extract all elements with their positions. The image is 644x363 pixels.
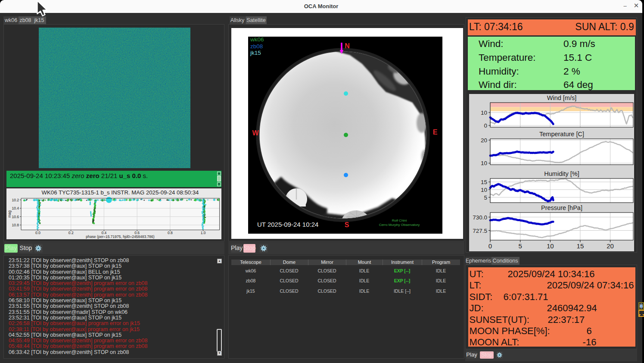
svg-text:20: 20 [607, 242, 614, 250]
svg-text:10.2: 10.2 [12, 198, 19, 202]
svg-text:Wind [m/s]: Wind [m/s] [547, 94, 576, 101]
svg-text:0.8: 0.8 [168, 231, 173, 235]
svg-text:0: 0 [484, 122, 487, 129]
svg-text:5: 5 [484, 194, 487, 201]
svg-text:0.2: 0.2 [68, 231, 74, 235]
svg-text:N: N [345, 42, 350, 50]
svg-text:wk06: wk06 [250, 37, 264, 43]
svg-text:20: 20 [481, 137, 487, 144]
svg-text:10.6: 10.6 [12, 215, 19, 219]
svg-text:730.0: 730.0 [473, 214, 487, 221]
svg-text:jk15: jk15 [250, 50, 261, 56]
svg-text:1.0: 1.0 [201, 231, 206, 235]
svg-text:E: E [433, 128, 438, 136]
svg-text:UT 2025-09-24 10:24: UT 2025-09-24 10:24 [257, 221, 318, 228]
svg-text:S: S [345, 221, 349, 228]
svg-text:10.4: 10.4 [12, 206, 19, 210]
svg-text:mag: mag [7, 210, 12, 218]
svg-text:10: 10 [481, 110, 487, 116]
svg-text:Rolf Chini: Rolf Chini [392, 219, 407, 222]
svg-text:10.8: 10.8 [12, 223, 19, 227]
svg-text:Humidity [%]: Humidity [%] [544, 170, 579, 177]
svg-text:15: 15 [577, 242, 584, 250]
svg-text:Pressure [hPa]: Pressure [hPa] [541, 204, 582, 211]
svg-text:10: 10 [547, 242, 554, 250]
svg-text:727.5: 727.5 [473, 228, 487, 234]
svg-text:15: 15 [481, 179, 487, 185]
svg-text:zb08: zb08 [250, 43, 263, 50]
svg-text:phase (per=15.71975, hjd0=2458: phase (per=15.71975, hjd0=2458483.786) [86, 235, 154, 239]
svg-text:Temperature [C]: Temperature [C] [539, 131, 584, 138]
svg-text:10: 10 [481, 160, 487, 166]
svg-text:W: W [252, 129, 259, 137]
svg-text:Cerro Murphy Observatory: Cerro Murphy Observatory [379, 223, 420, 227]
svg-text:5: 5 [518, 242, 522, 250]
svg-text:WK06 TYC735-1315-1 b_s INSTR.: WK06 TYC735-1315-1 b_s INSTR. MAG 2025-0… [42, 189, 199, 196]
svg-text:0.0: 0.0 [35, 231, 40, 235]
svg-text:10: 10 [481, 187, 487, 193]
svg-text:0: 0 [488, 242, 492, 250]
